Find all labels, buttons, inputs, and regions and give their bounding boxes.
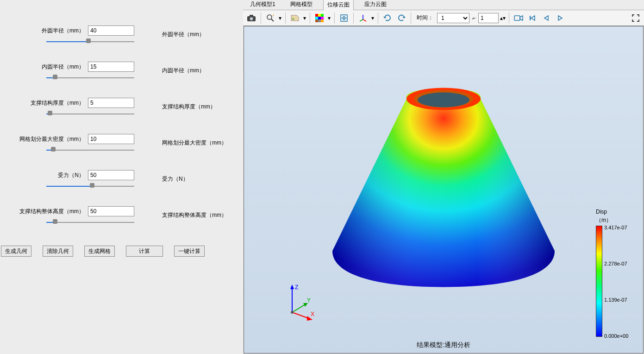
svg-point-3 — [250, 18, 253, 20]
svg-point-24 — [418, 92, 469, 107]
result-model-title: 结果模型:通用分析 — [417, 341, 470, 349]
compute-button[interactable]: 计算 — [126, 246, 163, 257]
axis-dropdown-icon[interactable]: ▾ — [370, 15, 375, 21]
param-label: 受力（N） — [58, 171, 84, 179]
colormap-dropdown-icon[interactable]: ▾ — [327, 15, 331, 21]
svg-rect-7 — [315, 14, 318, 17]
param-row: 支撑结构厚度（mm）支撑结构厚度（mm） — [0, 95, 243, 118]
rotate-cw-icon[interactable] — [395, 12, 408, 25]
generate-mesh-button[interactable]: 生成网格 — [84, 246, 115, 257]
param-row: 外圆半径（mm）外圆半径（mm） — [0, 23, 243, 45]
color-legend: Disp（m） 3.417e-07 2.278e-07 1.139e-07 0.… — [596, 207, 638, 226]
svg-rect-20 — [514, 16, 520, 20]
viewport-toolbar: ▾ ▾ ▾ ▾ 时间： 1 ⌐ ▴▾ — [243, 10, 644, 26]
rotate-ccw-icon[interactable] — [381, 12, 394, 25]
param-label: 支撑结构整体高度（mm） — [19, 208, 84, 215]
one-click-compute-button[interactable]: 一键计算 — [174, 246, 205, 257]
param-right-label: 支撑结构整体高度（mm） — [139, 211, 243, 219]
record-icon[interactable] — [512, 12, 525, 25]
svg-text:Y: Y — [307, 297, 311, 303]
step-back-icon[interactable] — [540, 12, 553, 25]
legend-tick: 1.139e-07 — [604, 297, 627, 303]
displacement-cone-plot — [319, 70, 569, 288]
param-right-label: 受力（N） — [139, 175, 243, 183]
svg-line-19 — [360, 19, 363, 21]
fullscreen-icon[interactable] — [629, 12, 642, 25]
svg-marker-27 — [290, 284, 294, 289]
svg-rect-8 — [318, 14, 321, 17]
frame-input[interactable] — [478, 13, 499, 23]
param-right-label: 内圆半径（mm） — [139, 67, 243, 75]
param-label: 外圆半径（mm） — [42, 27, 84, 35]
left-parameter-panel: 外圆半径（mm）外圆半径（mm）内圆半径（mm）内圆半径（mm）支撑结构厚度（m… — [0, 0, 243, 354]
view-tab[interactable]: 位移云图 — [323, 0, 354, 10]
fit-view-icon[interactable] — [338, 12, 350, 25]
param-label: 支撑结构厚度（mm） — [31, 99, 84, 107]
select-box-icon[interactable] — [288, 12, 301, 25]
svg-rect-10 — [315, 17, 318, 19]
param-row: 支撑结构整体高度（mm）支撑结构整体高度（mm） — [0, 204, 243, 226]
svg-text:X: X — [311, 311, 314, 317]
frame-separator-icon: ⌐ — [470, 15, 477, 21]
svg-point-6 — [292, 18, 294, 20]
axis-orientation-icon[interactable] — [356, 12, 369, 25]
svg-point-4 — [267, 15, 272, 19]
time-select[interactable]: 1 — [437, 13, 469, 23]
right-visualization-panel: 几何模型1网格模型位移云图应力云图 ▾ ▾ ▾ ▾ 时间： 1 ⌐ ▴▾ — [243, 0, 644, 354]
svg-rect-15 — [321, 19, 324, 22]
zoom-dropdown-icon[interactable]: ▾ — [278, 15, 282, 21]
svg-rect-12 — [321, 17, 324, 19]
frame-stepper-icon[interactable]: ▴▾ — [500, 15, 506, 21]
svg-rect-13 — [315, 19, 318, 22]
param-right-label: 支撑结构厚度（mm） — [139, 103, 243, 111]
legend-title: Disp（m） — [596, 207, 638, 223]
skip-start-icon[interactable] — [526, 12, 539, 25]
svg-point-35 — [291, 311, 294, 314]
screenshot-icon[interactable] — [245, 12, 258, 25]
3d-viewport[interactable]: Z Y X Disp（m） 3.417e-07 2.278e-07 1.139e… — [244, 26, 644, 354]
generate-geometry-button[interactable]: 生成几何 — [1, 246, 31, 257]
action-button-row: 生成几何 清除几何 生成网格 计算 一键计算 — [0, 240, 243, 257]
view-tab[interactable]: 应力云图 — [360, 0, 391, 10]
axis-triad-icon: Z Y X — [284, 284, 316, 321]
zoom-icon[interactable] — [264, 12, 277, 25]
svg-text:Z: Z — [295, 284, 298, 291]
view-tabs: 几何模型1网格模型位移云图应力云图 — [243, 0, 644, 10]
svg-rect-1 — [250, 15, 253, 17]
select-dropdown-icon[interactable]: ▾ — [302, 15, 307, 21]
svg-rect-11 — [318, 17, 321, 19]
param-slider[interactable] — [46, 149, 134, 152]
param-slider[interactable] — [46, 76, 134, 79]
colormap-icon[interactable] — [313, 12, 326, 25]
param-input[interactable] — [88, 98, 134, 108]
param-input[interactable] — [88, 206, 134, 216]
param-input[interactable] — [88, 134, 134, 144]
svg-rect-14 — [318, 19, 321, 22]
view-tab[interactable]: 几何模型1 — [246, 0, 280, 10]
legend-tick: 3.417e-07 — [604, 225, 627, 230]
param-row: 内圆半径（mm）内圆半径（mm） — [0, 59, 243, 82]
param-input[interactable] — [88, 25, 134, 36]
time-label: 时间： — [414, 14, 436, 22]
svg-line-29 — [292, 304, 306, 312]
play-icon[interactable] — [554, 12, 567, 25]
clear-geometry-button[interactable]: 清除几何 — [43, 246, 73, 257]
svg-line-18 — [363, 19, 366, 21]
param-label: 网格划分最大密度（mm） — [19, 135, 84, 143]
legend-tick: 2.278e-07 — [604, 261, 627, 266]
param-slider[interactable] — [46, 185, 134, 188]
param-input[interactable] — [88, 170, 134, 180]
param-right-label: 外圆半径（mm） — [139, 31, 243, 38]
view-tab[interactable]: 网格模型 — [286, 0, 317, 10]
svg-rect-9 — [321, 14, 324, 17]
legend-tick: 0.000e+00 — [604, 333, 628, 339]
param-right-label: 网格划分最大密度（mm） — [139, 139, 243, 147]
param-row: 网格划分最大密度（mm）网格划分最大密度（mm） — [0, 132, 243, 154]
param-slider[interactable] — [46, 40, 134, 43]
param-slider[interactable] — [46, 221, 134, 224]
param-label: 内圆半径（mm） — [42, 63, 84, 71]
param-slider[interactable] — [46, 113, 134, 115]
legend-colorbar — [596, 226, 602, 337]
svg-line-5 — [271, 19, 274, 21]
param-input[interactable] — [88, 62, 134, 72]
